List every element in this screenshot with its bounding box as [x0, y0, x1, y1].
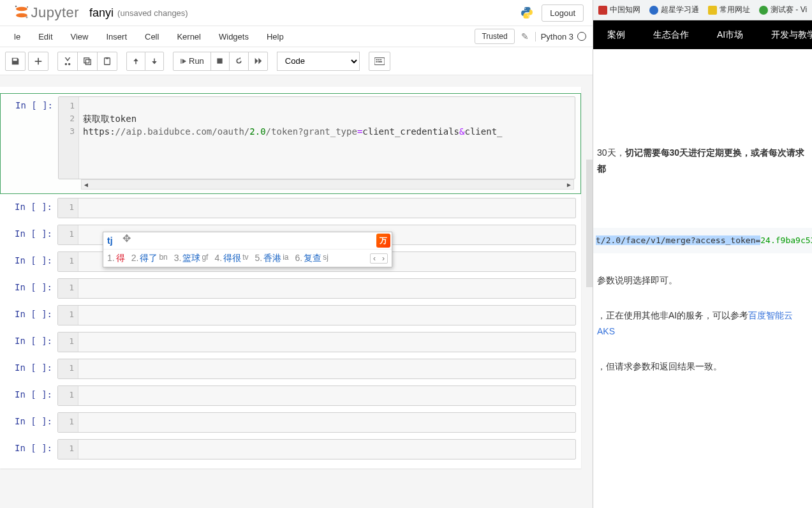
notebook-cell[interactable]: In [ ]:1: [0, 410, 581, 435]
nav-item[interactable]: AI市场: [703, 29, 757, 41]
line-gutter: 1: [58, 252, 78, 271]
code-text[interactable]: 获取取tokenhttps://aip.baidubce.com/oauth/2…: [79, 97, 575, 179]
ime-candidate[interactable]: 1.得: [107, 253, 125, 264]
logout-button[interactable]: Logout: [542, 4, 584, 22]
ime-candidate[interactable]: 2.得了bn: [131, 253, 168, 264]
code-input[interactable]: 1: [57, 359, 576, 379]
trusted-button[interactable]: Trusted: [475, 29, 514, 44]
bookmark-icon: [598, 6, 607, 15]
code-input[interactable]: 1: [57, 439, 576, 459]
nav-item[interactable]: 案例: [593, 29, 639, 41]
menu-edit[interactable]: Edit: [29, 32, 61, 41]
svg-rect-7: [84, 57, 89, 63]
chevron-left-icon[interactable]: ‹: [371, 254, 378, 263]
bookmark-common[interactable]: 常用网址: [708, 4, 750, 15]
menu-view[interactable]: View: [62, 32, 98, 41]
menu-cell[interactable]: Cell: [136, 32, 168, 41]
menu-help[interactable]: Help: [258, 32, 293, 41]
move-cursor-icon: ✥: [122, 232, 131, 244]
bookmark-test[interactable]: 测试赛 - Vi: [759, 4, 807, 15]
restart-button[interactable]: [229, 52, 249, 71]
ime-candidate[interactable]: 4.得很tv: [214, 253, 248, 264]
cell-prompt: In [ ]:: [0, 278, 57, 299]
nav-item[interactable]: 开发与教学: [757, 29, 812, 41]
move-up-button[interactable]: [126, 52, 145, 71]
svg-rect-10: [106, 57, 108, 59]
cell-prompt: In [ ]:: [0, 225, 57, 245]
notebook-cell[interactable]: In [ ]:1: [0, 329, 581, 355]
code-input[interactable]: 1: [57, 412, 576, 433]
line-gutter: 1: [58, 306, 78, 325]
svg-rect-13: [376, 59, 377, 60]
doc-paragraph: 30天，切记需要每30天进行定期更换，或者每次请求都: [593, 145, 812, 177]
code-text[interactable]: [78, 198, 575, 218]
vertical-scrollbar[interactable]: [586, 160, 593, 287]
menu-widgets[interactable]: Widgets: [210, 32, 258, 41]
code-input[interactable]: 1: [57, 305, 576, 325]
code-text[interactable]: [78, 306, 575, 325]
edit-mode-icon[interactable]: ✎: [521, 31, 529, 41]
nav-item[interactable]: 生态合作: [639, 29, 703, 41]
jupyter-logo[interactable]: Jupyter: [1, 4, 79, 21]
notebook-cell-active[interactable]: In [ ]: 123 获取取tokenhttps://aip.baidubce…: [0, 93, 581, 194]
line-gutter: 1: [58, 198, 78, 218]
cell-prompt: In [ ]:: [0, 385, 57, 406]
notebook-cell[interactable]: In [ ]:1: [0, 276, 581, 301]
code-input[interactable]: 123 获取取tokenhttps://aip.baidubce.com/oau…: [58, 96, 575, 179]
ime-candidate-box[interactable]: tj ✥ 万 1.得2.得了bn3.篮球gf4.得很tv5.香港ia6.复查sj…: [103, 232, 392, 267]
python-logo-icon: [520, 6, 534, 20]
bookmark-chaoxing[interactable]: 超星学习通: [649, 4, 699, 15]
restart-run-all-button[interactable]: [248, 52, 268, 71]
move-down-button[interactable]: [145, 52, 164, 71]
cell-type-select[interactable]: Code: [277, 52, 360, 71]
notebook-cell[interactable]: In [ ]:1: [0, 303, 581, 328]
bookmark-cnki[interactable]: 中国知网: [598, 4, 640, 15]
code-input[interactable]: 1: [57, 385, 576, 406]
save-button[interactable]: [5, 52, 26, 71]
scroll-right-icon[interactable]: ►: [565, 180, 573, 189]
run-button[interactable]: Run: [173, 52, 211, 71]
cell-prompt: In [ ]:: [0, 332, 57, 352]
bookmark-icon: [649, 6, 658, 15]
notebook-scroll-area[interactable]: In [ ]: 123 获取取tokenhttps://aip.baidubce…: [0, 75, 593, 508]
ime-candidate[interactable]: 6.复查sj: [295, 253, 328, 264]
insert-cell-button[interactable]: [28, 52, 48, 71]
menu-insert[interactable]: Insert: [97, 32, 136, 41]
scroll-left-icon[interactable]: ◄: [82, 180, 91, 189]
code-text[interactable]: [78, 279, 575, 298]
cell-prompt: In [ ]:: [0, 412, 57, 433]
kernel-idle-icon: [577, 32, 586, 41]
line-gutter: 1: [58, 332, 78, 352]
copy-button[interactable]: [77, 52, 98, 71]
horizontal-scrollbar[interactable]: ◄ ►: [81, 179, 574, 190]
chevron-right-icon[interactable]: ›: [380, 254, 387, 263]
cut-button[interactable]: [57, 52, 78, 71]
notebook-name[interactable]: fanyi: [89, 6, 114, 20]
ime-candidate[interactable]: 3.篮球gf: [174, 253, 209, 264]
notebook-cell[interactable]: In [ ]:1: [0, 356, 581, 382]
interrupt-button[interactable]: [210, 52, 230, 71]
notebook-cell[interactable]: In [ ]:1: [0, 383, 581, 408]
right-browser-pane: 中国知网 超星学习通 常用网址 测试赛 - Vi 案例 生态合作 AI市场 开发…: [593, 0, 812, 508]
code-input[interactable]: 1: [57, 278, 576, 299]
code-text[interactable]: [78, 332, 575, 352]
code-input[interactable]: 1: [57, 198, 576, 218]
ime-page-nav[interactable]: ‹›: [370, 253, 388, 264]
paste-button[interactable]: [97, 52, 117, 71]
svg-point-5: [525, 8, 526, 10]
code-text[interactable]: [78, 413, 575, 432]
code-text[interactable]: [78, 386, 575, 405]
command-palette-button[interactable]: [369, 52, 390, 71]
menu-kernel[interactable]: Kernel: [168, 32, 210, 41]
kernel-indicator[interactable]: Python 3: [535, 32, 586, 41]
notebook-cell[interactable]: In [ ]:1: [0, 437, 581, 462]
code-text[interactable]: [78, 359, 575, 378]
menu-bar: le Edit View Insert Cell Kernel Widgets …: [0, 26, 593, 47]
code-text[interactable]: [78, 440, 575, 459]
code-snippet[interactable]: t/2.0/face/v1/merge?access_token=24.f9ba…: [593, 228, 812, 253]
doc-content: 30天，切记需要每30天进行定期更换，或者每次请求都 t/2.0/face/v1…: [593, 49, 812, 375]
ime-candidate[interactable]: 5.香港ia: [255, 253, 288, 264]
code-input[interactable]: 1: [57, 332, 576, 352]
notebook-cell[interactable]: In [ ]:1: [0, 195, 581, 221]
menu-file[interactable]: le: [5, 32, 29, 41]
